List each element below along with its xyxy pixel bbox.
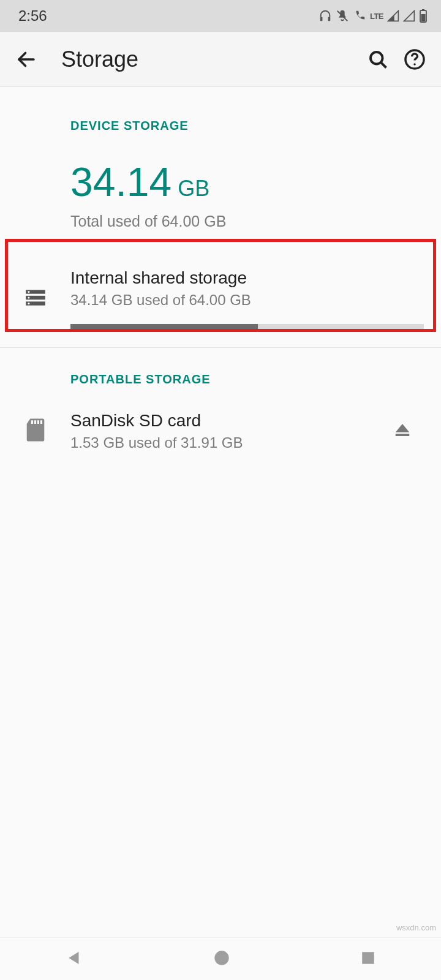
section-header-device: DEVICE STORAGE	[0, 111, 441, 140]
lte-text-icon: LTE	[370, 12, 383, 21]
sd-card-title: SanDisk SD card	[70, 411, 381, 431]
svg-rect-0	[320, 17, 323, 21]
volte-icon	[353, 9, 366, 23]
status-time: 2:56	[18, 7, 47, 24]
internal-storage-row[interactable]: Internal shared storage 34.14 GB used of…	[0, 255, 441, 342]
status-icons: LTE	[318, 9, 428, 23]
app-bar: Storage	[0, 32, 441, 87]
svg-rect-20	[40, 420, 42, 424]
internal-storage-title: Internal shared storage	[70, 268, 424, 288]
page-title: Storage	[61, 47, 363, 72]
internal-storage-progress	[70, 324, 424, 329]
svg-rect-4	[422, 9, 424, 11]
mute-icon	[336, 9, 349, 23]
storage-used-value: 34.14	[70, 159, 172, 205]
help-button[interactable]	[399, 44, 430, 75]
sd-card-row[interactable]: SanDisk SD card 1.53 GB used of 31.91 GB	[0, 394, 441, 465]
svg-rect-19	[37, 420, 39, 424]
svg-rect-5	[421, 14, 426, 21]
svg-point-7	[371, 52, 383, 64]
signal-icon-1	[387, 10, 399, 22]
svg-rect-1	[328, 17, 330, 21]
signal-icon-2	[403, 10, 415, 22]
svg-point-22	[214, 951, 228, 965]
back-button[interactable]	[11, 44, 42, 75]
sd-card-icon	[24, 418, 47, 445]
svg-rect-17	[31, 420, 32, 424]
search-button[interactable]	[363, 44, 393, 75]
storage-subtitle: Total used of 64.00 GB	[70, 213, 441, 230]
svg-rect-18	[34, 420, 36, 424]
svg-point-14	[28, 290, 29, 292]
nav-home-button[interactable]	[213, 949, 230, 969]
content: DEVICE STORAGE 34.14 GB Total used of 64…	[0, 87, 441, 465]
internal-storage-subtitle: 34.14 GB used of 64.00 GB	[70, 292, 424, 309]
battery-icon	[419, 9, 428, 23]
navigation-bar	[0, 937, 441, 980]
divider	[0, 347, 441, 348]
storage-icon	[24, 286, 47, 312]
headphones-icon	[318, 9, 332, 23]
sd-card-subtitle: 1.53 GB used of 31.91 GB	[70, 434, 381, 451]
svg-point-16	[28, 302, 29, 304]
section-header-portable: PORTABLE STORAGE	[0, 365, 441, 394]
status-bar: 2:56 LTE	[0, 0, 441, 32]
watermark: wsxdn.com	[396, 923, 436, 932]
storage-used-unit: GB	[178, 176, 209, 202]
svg-line-8	[381, 62, 386, 67]
nav-back-button[interactable]	[65, 949, 83, 970]
svg-point-10	[413, 63, 415, 65]
eject-button[interactable]	[393, 421, 412, 442]
internal-storage-progress-fill	[70, 324, 258, 329]
svg-rect-21	[396, 434, 410, 436]
nav-recent-button[interactable]	[360, 950, 376, 968]
svg-point-15	[28, 296, 29, 298]
storage-summary: 34.14 GB Total used of 64.00 GB	[0, 140, 441, 255]
svg-rect-23	[362, 952, 374, 964]
